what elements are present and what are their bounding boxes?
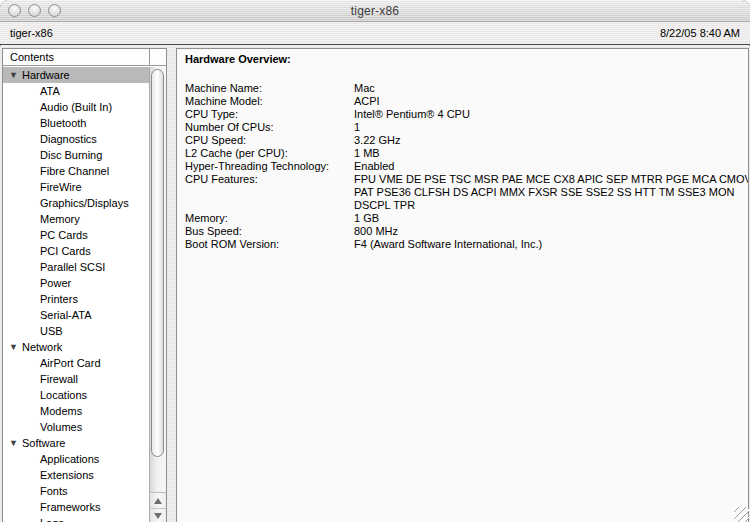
sidebar-item-firewire[interactable]: FireWire — [3, 179, 149, 195]
spec-label: Machine Name: — [185, 82, 354, 95]
spec-row: Hyper-Threading Technology:Enabled — [185, 160, 740, 173]
scrollbar-header-cap — [149, 49, 166, 65]
detail-panel: Hardware Overview: Machine Name:MacMachi… — [176, 48, 749, 522]
sidebar-item-label: Frameworks — [40, 499, 101, 515]
sidebar-item-serial-ata[interactable]: Serial-ATA — [3, 307, 149, 323]
spec-row: CPU Type:Intel® Pentium® 4 CPU — [185, 108, 740, 121]
sidebar-item-fibre-channel[interactable]: Fibre Channel — [3, 163, 149, 179]
section-title: Hardware Overview: — [185, 53, 740, 66]
spec-row: Boot ROM Version:F4 (Award Software Inte… — [185, 238, 740, 251]
sidebar-item-label: Graphics/Displays — [40, 195, 129, 211]
disclosure-triangle-icon[interactable]: ▼ — [9, 339, 22, 355]
sidebar-item-label: Audio (Built In) — [40, 99, 112, 115]
sidebar-item-pc-cards[interactable]: PC Cards — [3, 227, 149, 243]
sidebar-item-label: Fonts — [40, 483, 68, 499]
scrollbar-thumb[interactable] — [151, 69, 164, 457]
spec-label: Hyper-Threading Technology: — [185, 160, 354, 173]
spec-value: 3.22 GHz — [354, 134, 400, 147]
spec-row: Bus Speed:800 MHz — [185, 225, 740, 238]
spec-row: CPU Speed:3.22 GHz — [185, 134, 740, 147]
sidebar-item-memory[interactable]: Memory — [3, 211, 149, 227]
up-arrow-icon — [154, 498, 162, 504]
sidebar-item-power[interactable]: Power — [3, 275, 149, 291]
sidebar-item-label: Network — [22, 339, 62, 355]
sidebar-item-label: Hardware — [22, 67, 70, 83]
sidebar-item-network[interactable]: ▼Network — [3, 339, 149, 355]
report-timestamp: 8/22/05 8:40 AM — [660, 27, 740, 39]
sidebar-item-audio-built-in[interactable]: Audio (Built In) — [3, 99, 149, 115]
sidebar-scrollbar[interactable] — [149, 67, 166, 522]
sidebar-item-printers[interactable]: Printers — [3, 291, 149, 307]
sidebar-item-label: Power — [40, 275, 71, 291]
sidebar-item-extensions[interactable]: Extensions — [3, 467, 149, 483]
sidebar-item-firewall[interactable]: Firewall — [3, 371, 149, 387]
contents-column-header[interactable]: Contents — [3, 49, 166, 66]
sidebar-item-label: PCI Cards — [40, 243, 91, 259]
sidebar-tree: ▼HardwareATAAudio (Built In)BluetoothDia… — [3, 67, 149, 522]
contents-header-label: Contents — [10, 51, 54, 63]
sidebar-item-fonts[interactable]: Fonts — [3, 483, 149, 499]
overview-rows: Machine Name:MacMachine Model:ACPICPU Ty… — [185, 82, 740, 251]
sidebar-item-volumes[interactable]: Volumes — [3, 419, 149, 435]
sidebar-item-label: Locations — [40, 387, 87, 403]
sidebar-item-diagnostics[interactable]: Diagnostics — [3, 131, 149, 147]
sidebar-item-label: Applications — [40, 451, 99, 467]
scroll-up-button[interactable] — [150, 493, 166, 508]
sidebar-item-pci-cards[interactable]: PCI Cards — [3, 243, 149, 259]
sidebar-item-label: ATA — [40, 83, 60, 99]
system-profiler-window: tiger-x86 tiger-x86 8/22/05 8:40 AM Cont… — [0, 0, 750, 522]
spec-value: ACPI — [354, 95, 380, 108]
sidebar-item-applications[interactable]: Applications — [3, 451, 149, 467]
sidebar-item-hardware[interactable]: ▼Hardware — [3, 67, 149, 83]
spec-value: 1 GB — [354, 212, 379, 225]
spec-value: 800 MHz — [354, 225, 398, 238]
sidebar-item-label: Logs — [40, 515, 64, 522]
disclosure-triangle-icon[interactable]: ▼ — [9, 67, 22, 83]
spec-label: Memory: — [185, 212, 354, 225]
content-area: Contents ▼HardwareATAAudio (Built In)Blu… — [0, 46, 750, 522]
disclosure-triangle-icon[interactable]: ▼ — [9, 435, 22, 451]
spec-label: CPU Features: — [185, 173, 354, 186]
sidebar-item-label: Extensions — [40, 467, 94, 483]
sidebar-item-airport-card[interactable]: AirPort Card — [3, 355, 149, 371]
spec-value: 1 MB — [354, 147, 380, 160]
title-bar[interactable]: tiger-x86 — [0, 0, 750, 22]
sidebar-item-label: USB — [40, 323, 63, 339]
sidebar-item-software[interactable]: ▼Software — [3, 435, 149, 451]
window-title: tiger-x86 — [0, 4, 750, 18]
sidebar-item-disc-burning[interactable]: Disc Burning — [3, 147, 149, 163]
sidebar-item-label: Memory — [40, 211, 80, 227]
spec-label: L2 Cache (per CPU): — [185, 147, 354, 160]
sidebar-item-label: FireWire — [40, 179, 82, 195]
spec-row: Memory:1 GB — [185, 212, 740, 225]
sidebar-item-bluetooth[interactable]: Bluetooth — [3, 115, 149, 131]
spec-label: Boot ROM Version: — [185, 238, 354, 251]
down-arrow-icon — [154, 513, 162, 519]
sidebar-item-usb[interactable]: USB — [3, 323, 149, 339]
scroll-down-button[interactable] — [150, 508, 166, 522]
sidebar-item-ata[interactable]: ATA — [3, 83, 149, 99]
spec-label: CPU Speed: — [185, 134, 354, 147]
sidebar-item-parallel-scsi[interactable]: Parallel SCSI — [3, 259, 149, 275]
sidebar-item-label: Firewall — [40, 371, 78, 387]
resize-grip[interactable] — [734, 507, 749, 522]
spec-label: Number Of CPUs: — [185, 121, 354, 134]
spec-row: CPU Features:FPU VME DE PSE TSC MSR PAE … — [185, 173, 740, 212]
spec-value: Intel® Pentium® 4 CPU — [354, 108, 470, 121]
spec-value: 1 — [354, 121, 360, 134]
spec-label: CPU Type: — [185, 108, 354, 121]
report-header: tiger-x86 8/22/05 8:40 AM — [0, 22, 750, 45]
spec-value: Enabled — [354, 160, 394, 173]
spec-row: Number Of CPUs:1 — [185, 121, 740, 134]
scrollbar-arrows — [150, 492, 166, 522]
sidebar-item-logs[interactable]: Logs — [3, 515, 149, 522]
sidebar-item-label: Disc Burning — [40, 147, 102, 163]
sidebar-item-label: Parallel SCSI — [40, 259, 105, 275]
sidebar-item-graphics-displays[interactable]: Graphics/Displays — [3, 195, 149, 211]
sidebar-item-label: Bluetooth — [40, 115, 86, 131]
sidebar-item-frameworks[interactable]: Frameworks — [3, 499, 149, 515]
sidebar-item-modems[interactable]: Modems — [3, 403, 149, 419]
sidebar-item-locations[interactable]: Locations — [3, 387, 149, 403]
spec-value: F4 (Award Software International, Inc.) — [354, 238, 542, 251]
spec-value: FPU VME DE PSE TSC MSR PAE MCE CX8 APIC … — [354, 173, 749, 212]
